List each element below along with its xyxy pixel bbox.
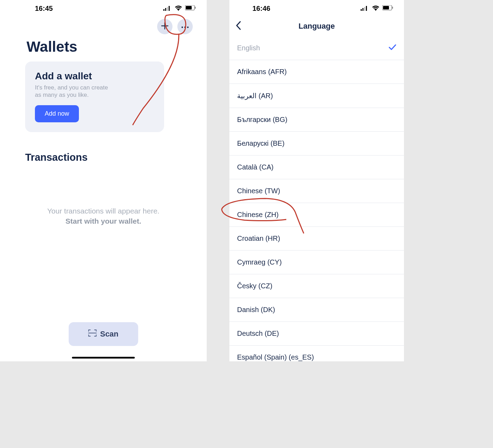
time-label: 16:45 (35, 5, 53, 12)
status-icons (163, 5, 196, 13)
status-time: 16:45 (10, 5, 53, 13)
language-label: Беларускі (BE) (237, 139, 285, 147)
language-item[interactable]: Danish (DK) (229, 298, 404, 322)
scan-label: Scan (100, 330, 119, 339)
transactions-empty-state: Your transactions will appear here. Star… (0, 206, 207, 226)
transactions-title: Transactions (0, 132, 207, 163)
check-icon (389, 44, 396, 52)
language-label: Español (Spain) (es_ES) (237, 353, 314, 361)
svg-rect-0 (163, 9, 164, 11)
back-button[interactable] (236, 21, 241, 31)
language-screen: 16:46 Language EnglishAfrikaans (AFR)الع… (229, 0, 404, 361)
wallets-screen: 16:45 Wallets Add a wallet (0, 0, 207, 361)
header-title: Language (299, 22, 335, 31)
svg-rect-15 (383, 6, 389, 9)
language-label: Cymraeg (CY) (237, 258, 282, 266)
language-label: Afrikaans (AFR) (237, 68, 287, 75)
svg-rect-11 (362, 8, 363, 11)
more-icon (181, 23, 189, 30)
wifi-icon (175, 5, 182, 13)
top-actions (0, 14, 207, 34)
svg-rect-5 (186, 6, 192, 9)
battery-icon (382, 5, 393, 13)
scan-icon (88, 329, 97, 339)
card-title: Add a wallet (35, 71, 154, 82)
language-header: Language (229, 16, 404, 36)
language-item[interactable]: Deutsch (DE) (229, 322, 404, 346)
empty-line1: Your transactions will appear here. (0, 206, 207, 216)
language-label: Deutsch (DE) (237, 330, 279, 337)
svg-rect-1 (165, 8, 166, 11)
language-item[interactable]: Català (CA) (229, 156, 404, 179)
language-item[interactable]: Cymraeg (CY) (229, 251, 404, 274)
chevron-left-icon (236, 25, 241, 31)
language-label: Croatian (HR) (237, 234, 280, 242)
language-item[interactable]: Chinese (TW) (229, 179, 404, 203)
language-item[interactable]: Croatian (HR) (229, 227, 404, 251)
scan-button[interactable]: Scan (69, 322, 138, 346)
language-item[interactable]: Беларускі (BE) (229, 132, 404, 156)
status-bar: 16:45 (0, 0, 207, 14)
language-item[interactable]: Česky (CZ) (229, 274, 404, 298)
svg-point-7 (182, 27, 183, 28)
language-label: العربية (AR) (237, 92, 273, 100)
language-label: Català (CA) (237, 163, 273, 171)
language-label: English (237, 44, 260, 52)
add-wallet-card: Add a wallet It's free, and you can crea… (25, 62, 164, 132)
language-item[interactable]: Español (Spain) (es_ES) (229, 346, 404, 361)
more-button[interactable] (177, 19, 193, 34)
page-title: Wallets (0, 34, 207, 62)
svg-point-8 (184, 27, 186, 28)
cellular-icon (163, 5, 172, 13)
add-now-button[interactable]: Add now (35, 105, 79, 122)
card-subtitle: It's free, and you can create as many as… (35, 84, 115, 99)
language-item[interactable]: Afrikaans (AFR) (229, 60, 404, 84)
language-item[interactable]: Български (BG) (229, 108, 404, 132)
language-list[interactable]: EnglishAfrikaans (AFR)العربية (AR)Българ… (229, 36, 404, 361)
home-indicator[interactable] (72, 357, 135, 359)
svg-rect-12 (364, 7, 365, 11)
status-time: 16:46 (236, 5, 270, 13)
language-label: Български (BG) (237, 116, 287, 123)
language-item[interactable]: العربية (AR) (229, 84, 404, 108)
svg-point-9 (187, 27, 189, 28)
svg-rect-16 (392, 7, 393, 9)
language-item[interactable]: Chinese (ZH) (229, 203, 404, 227)
time-label: 16:46 (252, 5, 270, 12)
battery-icon (185, 5, 196, 13)
svg-rect-2 (167, 7, 168, 11)
language-item[interactable]: English (229, 36, 404, 60)
language-label: Česky (CZ) (237, 282, 272, 290)
language-label: Chinese (TW) (237, 187, 280, 195)
svg-rect-10 (361, 9, 362, 11)
svg-rect-6 (195, 7, 196, 9)
cellular-icon (361, 5, 369, 13)
empty-line2: Start with your wallet. (0, 216, 207, 226)
status-icons (361, 5, 393, 13)
status-bar: 16:46 (229, 0, 404, 14)
add-button[interactable] (157, 19, 172, 34)
wifi-icon (372, 5, 380, 13)
svg-rect-3 (169, 6, 170, 11)
language-label: Danish (DK) (237, 306, 275, 313)
plus-icon (161, 22, 169, 31)
svg-rect-13 (366, 6, 367, 11)
language-label: Chinese (ZH) (237, 211, 279, 218)
